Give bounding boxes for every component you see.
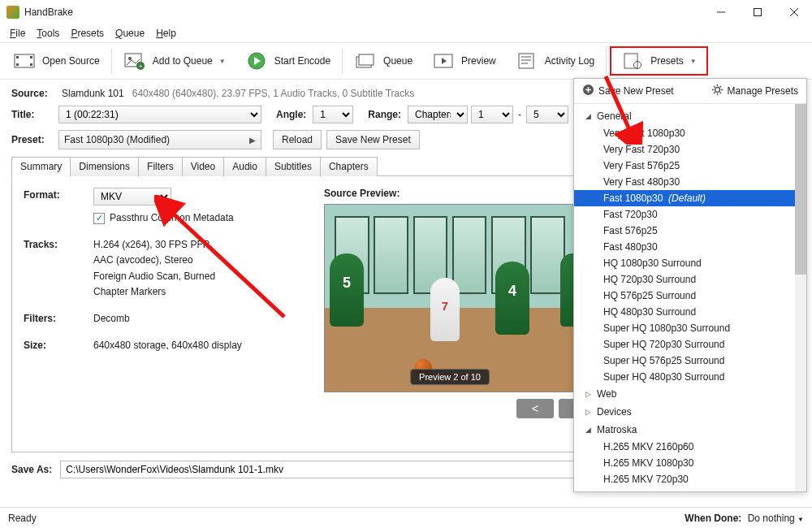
preview-button[interactable]: Preview (424, 48, 504, 74)
preset-item[interactable]: HQ 480p30 Surround (574, 304, 806, 320)
tab-video[interactable]: Video (182, 157, 224, 176)
filters-value: Decomb (93, 311, 300, 327)
plus-circle-icon (582, 84, 594, 98)
preview-icon (432, 51, 455, 71)
preset-item[interactable]: Very Fast 576p25 (574, 158, 806, 174)
saveas-label: Save As: (11, 464, 52, 475)
preset-category-general[interactable]: ◢General (574, 107, 806, 125)
presets-panel: Save New Preset Manage Presets ◢General … (573, 78, 807, 492)
panel-manage-presets-button[interactable]: Manage Presets (711, 84, 798, 98)
activity-log-button[interactable]: Activity Log (508, 48, 603, 74)
preset-item[interactable]: Fast 720p30 (574, 206, 806, 223)
play-icon (245, 51, 268, 71)
size-label: Size: (24, 338, 93, 353)
chevron-down-icon: ▼ (797, 516, 804, 523)
preview-label: Preview (461, 55, 496, 67)
title-label: Title: (11, 109, 58, 120)
start-encode-label: Start Encode (274, 55, 330, 67)
when-done-value[interactable]: Do nothing ▼ (748, 513, 804, 524)
svg-rect-21 (624, 54, 637, 68)
preset-category-devices[interactable]: ▷Devices (574, 403, 806, 421)
tab-filters[interactable]: Filters (138, 157, 183, 176)
angle-select[interactable]: 1 (313, 106, 353, 123)
svg-line-29 (714, 86, 715, 88)
preset-item[interactable]: Very Fast 480p30 (574, 174, 806, 190)
presets-icon (621, 51, 644, 71)
app-icon (6, 6, 19, 19)
preset-item[interactable]: HQ 720p30 Surround (574, 271, 806, 288)
window-title: HandBrake (24, 6, 702, 18)
scrollbar-thumb[interactable] (795, 104, 806, 275)
preset-category-matroska[interactable]: ◢Matroska (574, 421, 806, 439)
preset-item[interactable]: H.265 MKV 1080p30 (574, 455, 806, 471)
svg-text:+: + (138, 63, 142, 70)
menu-tools[interactable]: Tools (32, 26, 64, 41)
preset-item[interactable]: Fast 480p30 (574, 239, 806, 255)
save-new-preset-button[interactable]: Save New Preset (326, 130, 420, 149)
range-type-select[interactable]: Chapters (408, 106, 468, 123)
preset-item[interactable]: Fast 576p25 (574, 223, 806, 239)
preset-item[interactable]: H.265 MKV 720p30 (574, 471, 806, 487)
image-plus-icon: + (123, 51, 146, 71)
svg-rect-6 (16, 63, 19, 66)
preset-item[interactable]: HQ 1080p30 Surround (574, 255, 806, 271)
preview-prev-button[interactable]: < (516, 399, 554, 418)
range-to-select[interactable]: 5 (526, 106, 568, 123)
queue-button[interactable]: Queue (346, 48, 421, 74)
svg-line-31 (714, 93, 715, 94)
presets-label: Presets (650, 55, 684, 67)
toolbar: Open Source + Add to Queue ▼ Start Encod… (0, 42, 812, 80)
tab-audio[interactable]: Audio (223, 157, 266, 176)
filters-label: Filters: (24, 311, 93, 327)
svg-rect-8 (30, 63, 32, 66)
start-encode-button[interactable]: Start Encode (237, 48, 339, 74)
tracks-label: Tracks: (24, 237, 93, 300)
source-name: Slamdunk 101 (62, 88, 124, 99)
preset-item[interactable]: Very Fast 720p30 (574, 141, 806, 158)
add-to-queue-button[interactable]: + Add to Queue ▼ (115, 48, 234, 74)
tab-summary[interactable]: Summary (11, 157, 71, 176)
add-to-queue-label: Add to Queue (153, 55, 213, 67)
preset-item[interactable]: Super HQ 720p30 Surround (574, 336, 806, 353)
preset-category-web[interactable]: ▷Web (574, 385, 806, 403)
menu-file[interactable]: File (5, 26, 30, 41)
preview-counter-badge: Preview 2 of 10 (410, 369, 490, 385)
preset-label: Preset: (11, 134, 58, 145)
svg-rect-17 (519, 54, 533, 68)
close-button[interactable] (775, 0, 812, 24)
svg-line-32 (719, 86, 721, 88)
presets-button[interactable]: Presets ▼ (616, 50, 702, 72)
preset-item[interactable]: Super HQ 1080p30 Surround (574, 320, 806, 336)
annotation-highlight-box: Presets ▼ (610, 46, 708, 76)
preset-item[interactable]: HQ 576p25 Surround (574, 288, 806, 304)
menu-queue[interactable]: Queue (110, 26, 149, 41)
tab-subtitles[interactable]: Subtitles (266, 157, 321, 176)
source-meta: 640x480 (640x480), 23.97 FPS, 1 Audio Tr… (132, 88, 415, 99)
chevron-down-icon: ▼ (690, 58, 697, 65)
preset-select[interactable]: Fast 1080p30 (Modified) ▶ (58, 130, 261, 149)
log-icon (516, 51, 538, 71)
maximize-button[interactable] (739, 0, 775, 24)
passthru-checkbox[interactable]: ✓ Passthru Common Metadata (93, 210, 300, 226)
reload-button[interactable]: Reload (273, 130, 322, 149)
chevron-down-icon: ▼ (219, 58, 226, 65)
menu-presets[interactable]: Presets (66, 26, 109, 41)
preset-item[interactable]: Very Fast 1080p30 (574, 125, 806, 141)
preset-item[interactable]: Super HQ 576p25 Surround (574, 353, 806, 369)
panel-save-new-preset-button[interactable]: Save New Preset (582, 84, 674, 98)
preset-item[interactable]: H.265 MKV 2160p60 (574, 439, 806, 455)
gear-icon (711, 84, 723, 98)
preset-item-selected[interactable]: Fast 1080p30 (Default) (574, 190, 806, 206)
range-from-select[interactable]: 1 (471, 106, 513, 123)
preset-item[interactable]: Super HQ 480p30 Surround (574, 369, 806, 385)
format-select[interactable]: MKV (93, 188, 171, 206)
menu-help[interactable]: Help (151, 26, 181, 41)
tab-chapters[interactable]: Chapters (320, 157, 378, 176)
svg-point-24 (715, 88, 719, 93)
svg-rect-1 (754, 9, 761, 16)
angle-label: Angle: (276, 109, 306, 120)
minimize-button[interactable] (702, 0, 739, 24)
title-select[interactable]: 1 (00:22:31) (58, 106, 261, 123)
tab-dimensions[interactable]: Dimensions (70, 157, 139, 176)
open-source-button[interactable]: Open Source (5, 48, 108, 74)
